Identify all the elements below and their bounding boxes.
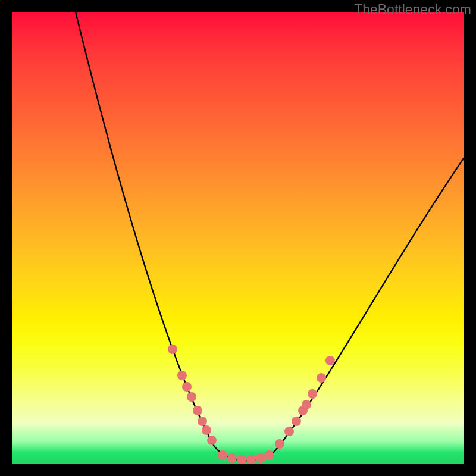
curve-path (76, 12, 464, 461)
data-point (187, 392, 196, 402)
data-point (237, 455, 246, 464)
data-point (218, 450, 227, 460)
chart-frame: TheBottleneck.com (0, 0, 476, 476)
data-point (202, 425, 211, 435)
data-markers (168, 345, 335, 464)
data-point (302, 400, 311, 409)
data-point (168, 345, 177, 354)
data-point (177, 371, 187, 380)
data-point (264, 450, 274, 460)
data-point (227, 453, 237, 463)
data-point (284, 427, 294, 436)
data-point (256, 453, 265, 463)
data-point (182, 382, 192, 392)
data-point (317, 373, 326, 383)
data-point (292, 416, 301, 426)
data-point (275, 439, 284, 449)
data-point (198, 416, 207, 426)
watermark-label: TheBottleneck.com (354, 2, 471, 18)
data-point (193, 406, 202, 415)
data-point (246, 455, 256, 464)
bottleneck-curve (12, 12, 464, 464)
data-point (308, 389, 317, 399)
plot-area (12, 12, 464, 464)
data-point (207, 436, 217, 445)
data-point (325, 356, 335, 365)
